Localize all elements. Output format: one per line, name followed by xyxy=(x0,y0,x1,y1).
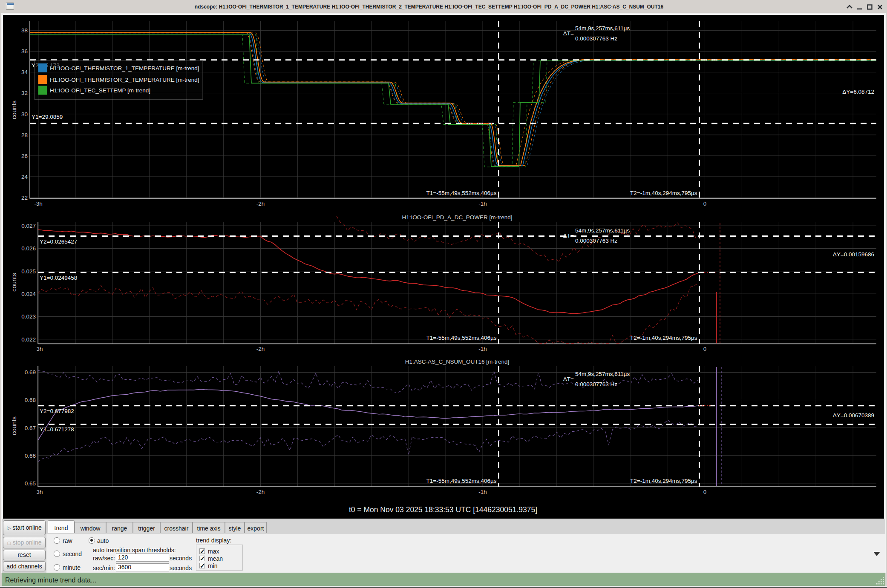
svg-text:54m,9s,257ms,611µs: 54m,9s,257ms,611µs xyxy=(575,227,630,234)
svg-text:54m,9s,257ms,611µs: 54m,9s,257ms,611µs xyxy=(575,371,630,377)
svg-text:28: 28 xyxy=(21,132,28,138)
svg-text:T1=-55m,49s,552ms,406µs: T1=-55m,49s,552ms,406µs xyxy=(426,478,497,484)
svg-text:0.023: 0.023 xyxy=(21,313,36,320)
svg-text:54m,9s,257ms,611µs: 54m,9s,257ms,611µs xyxy=(575,25,630,32)
svg-text:t0 = Mon Nov 03 2025 18:33:53: t0 = Mon Nov 03 2025 18:33:53 UTC [14462… xyxy=(349,505,537,514)
svg-text:26: 26 xyxy=(21,153,28,159)
svg-text:0: 0 xyxy=(703,346,707,352)
svg-text:Y1=0.0249458: Y1=0.0249458 xyxy=(40,275,77,281)
svg-text:-3h: -3h xyxy=(34,201,43,207)
svg-text:counts: counts xyxy=(10,416,17,435)
svg-text:H1:IOO-OFI_TEC_SETTEMP [m-tren: H1:IOO-OFI_TEC_SETTEMP [m-trend] xyxy=(50,87,150,94)
svg-text:0.022: 0.022 xyxy=(21,336,36,343)
svg-text:0.67: 0.67 xyxy=(25,425,36,431)
svg-text:0.66: 0.66 xyxy=(25,453,36,459)
svg-text:-2h: -2h xyxy=(256,201,265,207)
svg-text:0: 0 xyxy=(703,489,707,495)
svg-text:ΔY=0.00159686: ΔY=0.00159686 xyxy=(833,251,874,258)
svg-text:24: 24 xyxy=(21,174,28,180)
svg-text:22: 22 xyxy=(21,195,28,201)
svg-text:Y1=0.671278: Y1=0.671278 xyxy=(40,426,74,433)
svg-text:H1:IOO-OFI_THERMISTOR_1_TEMPER: H1:IOO-OFI_THERMISTOR_1_TEMPERATURE [m-t… xyxy=(50,65,199,72)
svg-text:38: 38 xyxy=(21,27,28,34)
svg-text:-2h: -2h xyxy=(256,346,265,352)
svg-text:0.024: 0.024 xyxy=(21,291,36,297)
svg-text:H1:IOO-OFI_PD_A_DC_POWER [m-tr: H1:IOO-OFI_PD_A_DC_POWER [m-trend] xyxy=(402,214,513,221)
svg-text:counts: counts xyxy=(10,100,17,119)
svg-text:0: 0 xyxy=(703,201,707,207)
svg-text:ΔY=0.00670389: ΔY=0.00670389 xyxy=(833,412,874,419)
svg-text:0.025: 0.025 xyxy=(21,268,36,275)
svg-text:0.69: 0.69 xyxy=(25,369,36,376)
svg-text:counts: counts xyxy=(10,273,17,292)
svg-text:-1h: -1h xyxy=(478,346,487,352)
svg-text:-2h: -2h xyxy=(256,489,265,495)
svg-text:0.027: 0.027 xyxy=(21,223,36,229)
svg-text:34: 34 xyxy=(21,69,28,75)
svg-text:Y2=0.0265427: Y2=0.0265427 xyxy=(40,238,77,245)
svg-text:0.000307763 Hz: 0.000307763 Hz xyxy=(575,238,617,244)
svg-text:T2=-1m,40s,294ms,795µs: T2=-1m,40s,294ms,795µs xyxy=(630,478,697,484)
svg-text:3h: 3h xyxy=(36,346,43,352)
svg-text:H1:IOO-OFI_THERMISTOR_2_TEMPER: H1:IOO-OFI_THERMISTOR_2_TEMPERATURE [m-t… xyxy=(50,77,199,83)
svg-text:0.68: 0.68 xyxy=(25,397,36,403)
svg-text:H1:ASC-AS_C_NSUM_OUT16 [m-tren: H1:ASC-AS_C_NSUM_OUT16 [m-trend] xyxy=(405,359,510,365)
svg-text:30: 30 xyxy=(21,111,28,118)
svg-text:T2=-1m,40s,294ms,795µs: T2=-1m,40s,294ms,795µs xyxy=(630,335,697,341)
svg-text:36: 36 xyxy=(21,48,28,54)
svg-text:0.026: 0.026 xyxy=(21,245,36,252)
svg-text:Y1=29.0859: Y1=29.0859 xyxy=(32,114,63,120)
svg-text:T1=-55m,49s,552ms,406µs: T1=-55m,49s,552ms,406µs xyxy=(426,190,497,196)
svg-text:3h: 3h xyxy=(36,489,43,495)
svg-text:T2=-1m,40s,294ms,795µs: T2=-1m,40s,294ms,795µs xyxy=(630,190,697,196)
svg-text:-1h: -1h xyxy=(478,201,487,207)
svg-text:ΔT=: ΔT= xyxy=(563,30,574,37)
svg-text:ΔT=: ΔT= xyxy=(563,232,574,239)
svg-text:ΔY=6.08712: ΔY=6.08712 xyxy=(842,89,874,95)
svg-text:0.000307763 Hz: 0.000307763 Hz xyxy=(575,381,617,387)
svg-text:-1h: -1h xyxy=(478,489,487,495)
svg-text:0.000307763 Hz: 0.000307763 Hz xyxy=(575,35,617,42)
svg-text:T1=-55m,49s,552ms,406µs: T1=-55m,49s,552ms,406µs xyxy=(426,335,497,341)
svg-text:32: 32 xyxy=(21,90,28,96)
svg-text:0.65: 0.65 xyxy=(25,480,36,487)
svg-text:ΔT=: ΔT= xyxy=(563,376,574,382)
svg-text:Y2=0.677982: Y2=0.677982 xyxy=(40,408,74,414)
